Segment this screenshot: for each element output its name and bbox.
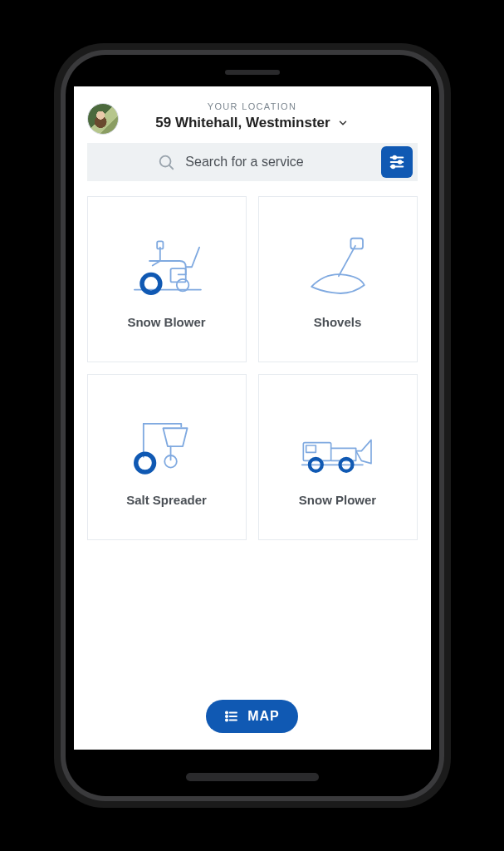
service-label: Snow Plower [299, 493, 376, 507]
location-selector[interactable]: 59 Whitehall, Westminster [87, 115, 418, 131]
filter-button[interactable] [381, 146, 413, 178]
footer: MAP [87, 540, 418, 750]
avatar[interactable] [87, 103, 119, 135]
salt-spreader-icon [125, 408, 208, 483]
svg-point-27 [226, 719, 228, 721]
svg-rect-19 [306, 445, 316, 452]
header: YOUR LOCATION 59 Whitehall, Westminster [87, 101, 418, 131]
phone-home-bar [186, 773, 319, 781]
svg-line-1 [169, 165, 173, 169]
sliders-icon [388, 153, 406, 171]
svg-line-12 [338, 245, 355, 275]
svg-point-23 [226, 711, 228, 713]
service-card-shovels[interactable]: Shovels [258, 196, 418, 362]
service-label: Salt Spreader [126, 493, 207, 507]
map-button[interactable]: MAP [206, 700, 297, 733]
svg-point-5 [398, 160, 401, 164]
service-label: Shovels [314, 315, 362, 329]
location-label: YOUR LOCATION [87, 101, 418, 111]
service-label: Snow Blower [127, 315, 205, 329]
search-placeholder: Search for a service [185, 155, 303, 170]
location-text: 59 Whitehall, Westminster [155, 115, 330, 131]
phone-frame: YOUR LOCATION 59 Whitehall, Westminster [54, 43, 451, 808]
service-card-snow-plower[interactable]: Snow Plower [258, 374, 418, 540]
service-card-salt-spreader[interactable]: Salt Spreader [87, 374, 247, 540]
svg-point-3 [393, 156, 396, 160]
svg-point-25 [226, 716, 228, 717]
snow-blower-icon [125, 230, 208, 305]
screen: YOUR LOCATION 59 Whitehall, Westminster [74, 86, 431, 750]
service-card-snow-blower[interactable]: Snow Blower [87, 196, 247, 362]
list-icon [224, 709, 239, 724]
search-bar[interactable]: Search for a service [87, 143, 418, 181]
phone-speaker [225, 70, 280, 75]
svg-point-7 [391, 165, 394, 169]
chevron-down-icon [337, 117, 349, 129]
svg-rect-13 [350, 238, 363, 248]
search-icon [157, 153, 175, 171]
map-button-label: MAP [247, 709, 279, 724]
svg-point-17 [135, 454, 154, 472]
shovel-icon [296, 230, 379, 305]
service-grid: Snow Blower Shovel [87, 196, 418, 540]
snow-plower-icon [296, 408, 379, 483]
